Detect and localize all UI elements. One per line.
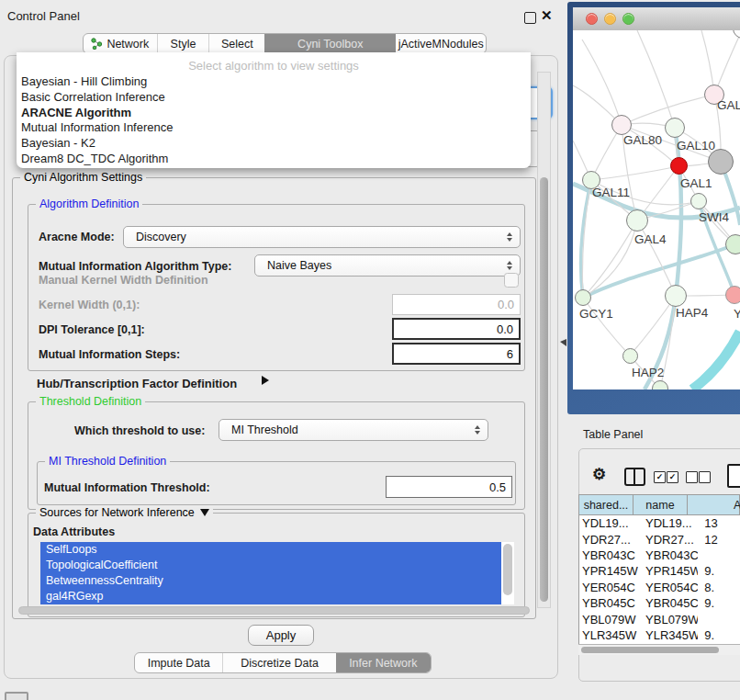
table-row: YER054CYER054C8. (579, 580, 740, 595)
attribute-items: SelfLoops TopologicalCoefficient Between… (40, 542, 501, 604)
deselect-all-columns-icon[interactable] (686, 471, 698, 483)
which-threshold-label: Which threshold to use: (74, 424, 205, 437)
sources-group-title-row[interactable]: Sources for Network Inference (36, 506, 213, 519)
combo-spinner-icon (507, 232, 512, 242)
table-row: YBL079WYBL079W (579, 611, 740, 627)
control-panel-title: Control Panel (7, 9, 80, 23)
network-canvas[interactable]: GAL80 GAL10 GAL1 GAL11 SWI4 GAL4 GCY1 HA… (573, 30, 740, 390)
list-scrollbar-thumb[interactable] (503, 544, 512, 595)
dropdown-item[interactable]: Bayesian - Hill Climbing (17, 74, 531, 90)
tab-impute-data[interactable]: Impute Data (135, 653, 222, 672)
tab-cyni-toolbox[interactable]: Cyni Toolbox (264, 34, 396, 53)
minimized-panel-icon[interactable] (5, 692, 28, 700)
dpi-tolerance-field[interactable]: 0.0 (392, 318, 521, 340)
mi-type-label: Mutual Information Algorithm Type: (39, 260, 231, 273)
table-horizontal-scrollbar[interactable] (578, 644, 740, 655)
table-scrollbar-thumb[interactable] (581, 647, 719, 653)
settings-vertical-scrollbar[interactable] (537, 72, 551, 608)
node-label-gal10: GAL10 (677, 139, 715, 152)
control-panel-tabs: Network Style Select Cyni Toolbox jActiv… (83, 33, 487, 54)
dropdown-item[interactable]: Mutual Information Inference (17, 120, 531, 136)
mi-threshold-field[interactable]: 0.5 (386, 476, 512, 498)
kernel-width-field[interactable]: 0.0 (392, 294, 521, 315)
node-hap4[interactable] (665, 285, 687, 307)
attribute-item[interactable]: TopologicalCoefficient (40, 558, 501, 573)
select-all-columns-icon2[interactable]: ✓ (667, 471, 678, 483)
attribute-item[interactable]: BetweennessCentrality (40, 573, 501, 589)
tab-network-label: Network (107, 38, 149, 51)
select-all-columns-icon[interactable]: ✓ (654, 471, 666, 483)
aracne-mode-combo[interactable]: Discovery (123, 226, 521, 248)
tab-network[interactable]: Network (84, 34, 157, 53)
table-row: YBR045CYBR045C9. (579, 595, 740, 611)
close-traffic-light-icon[interactable] (586, 13, 598, 25)
app-screen: Control Panel ✕ Network Style Select Cyn… (0, 0, 740, 700)
node-gal80[interactable] (611, 115, 632, 135)
tab-discretize-data[interactable]: Discretize Data (222, 653, 335, 672)
tab-select[interactable]: Select (208, 34, 264, 53)
close-icon[interactable]: ✕ (541, 7, 553, 24)
table-row: YDL19...YDL19...13 (579, 515, 740, 531)
node-gcy1[interactable] (575, 289, 591, 306)
mi-type-combo[interactable]: Naive Bayes (254, 254, 521, 277)
export-table-icon[interactable] (727, 464, 740, 488)
combo-spinner-icon (475, 425, 480, 435)
tab-infer-network[interactable]: Infer Network (336, 653, 431, 672)
node-label-swi4: SWI4 (699, 210, 729, 224)
table-body[interactable]: YDL19...YDL19...13 YDR27...YDR27...12 YB… (578, 515, 740, 644)
attribute-item[interactable]: gal4RGexp (40, 589, 501, 604)
tab-style[interactable]: Style (157, 34, 209, 53)
dropdown-item-selected[interactable]: ARACNE Algorithm (17, 106, 531, 121)
dropdown-item[interactable]: Bayesian - K2 (17, 136, 531, 152)
float-window-icon[interactable] (524, 12, 536, 24)
dropdown-item[interactable]: Basic Correlation Inference (17, 90, 531, 106)
mi-steps-field[interactable]: 6 (392, 343, 521, 365)
table-row: YPR145WYPR145W9. (579, 563, 740, 579)
apply-button[interactable]: Apply (248, 625, 314, 646)
table-header: shared... name A (578, 494, 740, 515)
attribute-item[interactable]: SelfLoops (40, 542, 501, 558)
mi-threshold-definition-title: MI Threshold Definition (45, 455, 170, 468)
mi-threshold-label: Mutual Information Threshold: (44, 481, 210, 494)
mouse-cursor (560, 339, 566, 346)
hub-expand-arrow-icon[interactable] (262, 376, 269, 385)
settings-horizontal-scrollbar[interactable] (18, 606, 530, 615)
node-swi4[interactable] (690, 193, 707, 209)
network-tab-icon (91, 38, 103, 50)
algorithm-dropdown: Select algorithm to view settings Bayesi… (17, 52, 531, 168)
data-attributes-list[interactable]: SelfLoops TopologicalCoefficient Between… (40, 542, 514, 604)
column-header-shared-name[interactable]: shared... (579, 495, 633, 514)
which-threshold-combo[interactable]: MI Threshold (219, 419, 488, 441)
dpi-tolerance-label: DPI Tolerance [0,1]: (39, 323, 145, 336)
aracne-mode-label: Aracne Mode: (39, 231, 115, 243)
network-window-titlebar[interactable] (573, 7, 740, 31)
tab-jactivemnodules[interactable]: jActiveMNodules (396, 34, 486, 53)
scrollbar-thumb[interactable] (540, 177, 548, 602)
node-label-gal1: GAL1 (680, 176, 712, 190)
node-label-gal-cut: GAL (717, 98, 740, 112)
table-row: YLR345WYLR345W9. (579, 627, 740, 643)
dropdown-item[interactable]: Dream8 DC_TDC Algorithm (17, 152, 531, 167)
hub-section-label[interactable]: Hub/Transcription Factor Definition (37, 377, 237, 390)
node-unnamed-green-right[interactable] (725, 234, 740, 254)
zoom-traffic-light-icon[interactable] (622, 13, 634, 25)
node-label-gal80: GAL80 (623, 133, 662, 147)
node-label-y-cut: Y (734, 307, 740, 321)
sources-group-title: Sources for Network Inference (39, 506, 195, 519)
node-hap2[interactable] (622, 348, 638, 364)
column-header-cut[interactable]: A (688, 495, 739, 514)
minimize-traffic-light-icon[interactable] (604, 13, 616, 25)
node-label-gal11: GAL11 (592, 186, 630, 199)
columns-icon[interactable] (624, 468, 645, 486)
node-gal10[interactable] (665, 118, 685, 138)
manual-kernel-checkbox[interactable] (504, 273, 519, 288)
threshold-definition-title: Threshold Definition (36, 395, 145, 408)
node-gal4[interactable] (626, 209, 648, 231)
column-header-name[interactable]: name (633, 495, 688, 514)
gear-icon[interactable]: ⚙ (592, 465, 606, 484)
sources-collapse-arrow-icon[interactable] (200, 509, 209, 516)
deselect-all-columns-icon2[interactable] (699, 471, 711, 483)
node-gal1[interactable] (670, 157, 688, 175)
node-y-cut[interactable] (725, 286, 740, 304)
node-unnamed-gray[interactable] (708, 149, 734, 175)
